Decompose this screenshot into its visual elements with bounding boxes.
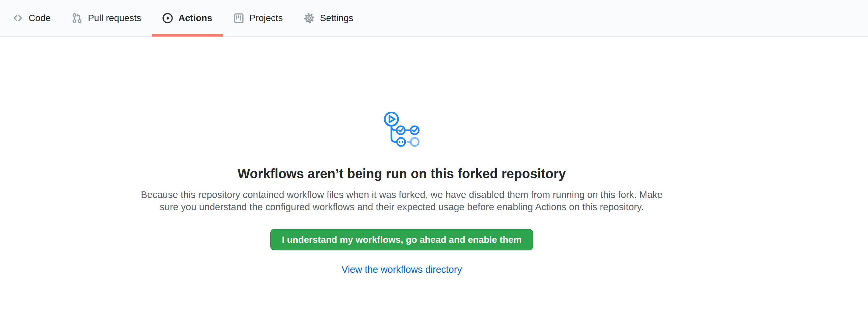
tab-code[interactable]: Code [2, 0, 61, 36]
actions-disabled-blankslate: Workflows aren’t being run on this forke… [0, 37, 803, 275]
enable-workflows-button[interactable]: I understand my workflows, go ahead and … [270, 229, 533, 250]
tab-label: Settings [320, 13, 353, 23]
git-pull-request-icon [72, 13, 82, 23]
tab-label: Projects [250, 13, 283, 23]
blankslate-title: Workflows aren’t being run on this forke… [0, 165, 803, 182]
repo-tab-nav: Code Pull requests [2, 0, 364, 36]
view-workflows-directory-link[interactable]: View the workflows directory [0, 264, 803, 275]
tab-pull-requests[interactable]: Pull requests [61, 0, 152, 36]
blankslate-description: Because this repository contained workfl… [138, 189, 665, 213]
play-circle-icon [162, 13, 173, 23]
tab-settings[interactable]: Settings [293, 0, 364, 36]
tab-actions[interactable]: Actions [152, 0, 223, 36]
tab-projects[interactable]: Projects [223, 0, 293, 36]
tab-label: Actions [179, 13, 212, 23]
tab-label: Pull requests [88, 13, 141, 23]
repo-tab-bar: Code Pull requests [0, 0, 868, 37]
code-icon [12, 13, 23, 23]
project-icon [234, 13, 244, 23]
tab-label: Code [29, 13, 51, 23]
workflow-graph-icon [383, 111, 420, 148]
gear-icon [304, 13, 314, 23]
